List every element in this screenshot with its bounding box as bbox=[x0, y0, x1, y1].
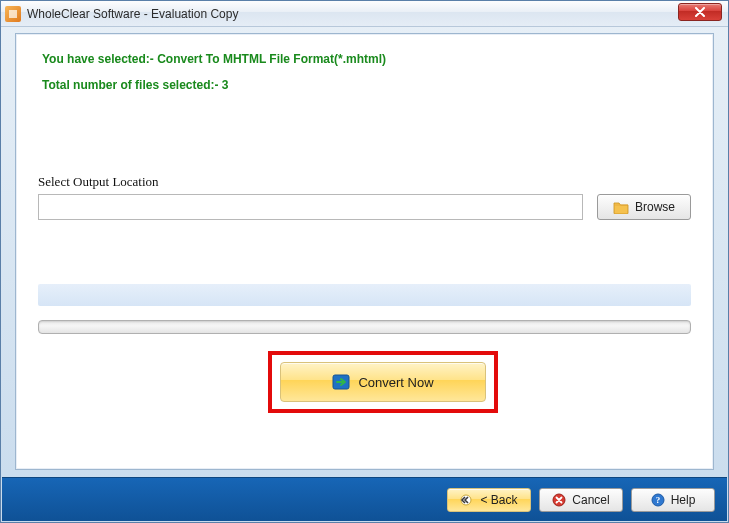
browse-button[interactable]: Browse bbox=[597, 194, 691, 220]
close-button[interactable] bbox=[678, 3, 722, 21]
file-count-info: Total number of files selected:- 3 bbox=[16, 66, 713, 92]
svg-rect-0 bbox=[9, 10, 17, 18]
back-icon bbox=[460, 494, 474, 506]
cancel-label: Cancel bbox=[572, 493, 609, 507]
selection-info: You have selected:- Convert To MHTML Fil… bbox=[16, 34, 713, 66]
app-window: WholeClear Software - Evaluation Copy Yo… bbox=[0, 0, 729, 523]
progress-bar bbox=[38, 320, 691, 334]
cancel-button[interactable]: Cancel bbox=[539, 488, 623, 512]
app-icon bbox=[5, 6, 21, 22]
convert-icon bbox=[332, 374, 350, 390]
output-location-label: Select Output Location bbox=[16, 92, 713, 190]
help-button[interactable]: ? Help bbox=[631, 488, 715, 512]
browse-label: Browse bbox=[635, 200, 675, 214]
svg-text:?: ? bbox=[655, 495, 660, 505]
window-title: WholeClear Software - Evaluation Copy bbox=[27, 7, 238, 21]
progress-status-bar bbox=[38, 284, 691, 306]
titlebar: WholeClear Software - Evaluation Copy bbox=[1, 1, 728, 27]
content-panel: You have selected:- Convert To MHTML Fil… bbox=[15, 33, 714, 470]
convert-label: Convert Now bbox=[358, 375, 433, 390]
convert-now-button[interactable]: Convert Now bbox=[280, 362, 486, 402]
close-icon bbox=[694, 7, 706, 17]
output-location-input[interactable] bbox=[38, 194, 583, 220]
footer: < Back Cancel ? Help bbox=[2, 477, 727, 521]
back-label: < Back bbox=[480, 493, 517, 507]
output-row: Browse bbox=[16, 190, 713, 220]
back-button[interactable]: < Back bbox=[447, 488, 531, 512]
help-label: Help bbox=[671, 493, 696, 507]
progress-area bbox=[38, 284, 691, 334]
cancel-icon bbox=[552, 493, 566, 507]
convert-highlight-frame: Convert Now bbox=[268, 351, 498, 413]
help-icon: ? bbox=[651, 493, 665, 507]
folder-icon bbox=[613, 200, 629, 214]
